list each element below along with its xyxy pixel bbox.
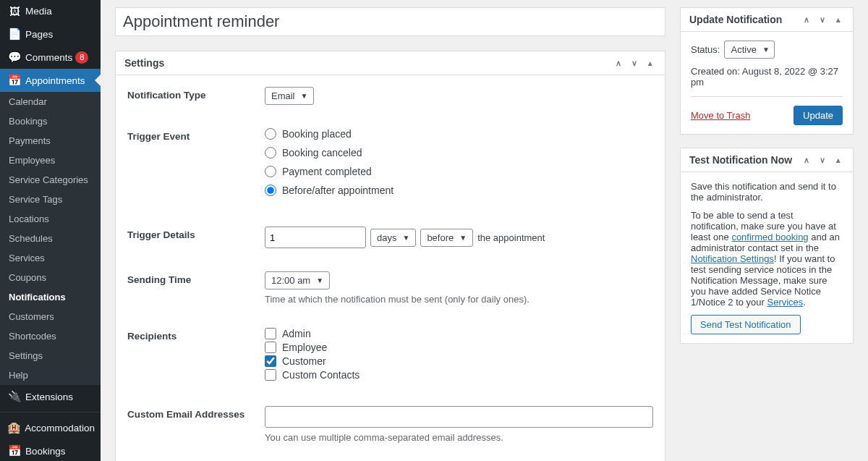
recipient-option: Admin [265, 328, 653, 339]
select-value: before [427, 232, 454, 243]
sidebar-item-bookings[interactable]: 📅Bookings [0, 439, 101, 461]
row-subject: Subject [116, 454, 665, 461]
trigger-unit-select[interactable]: days▼ [370, 229, 416, 247]
test-panel-header: Test Notification Now ∧ ∨ ▴ [681, 148, 853, 172]
trigger-option: Payment completed [265, 166, 653, 177]
status-select[interactable]: Active▼ [724, 41, 775, 59]
panel-controls: ∧ ∨ ▴ [801, 156, 844, 165]
sidebar-subitem-bookings[interactable]: Bookings [0, 111, 101, 131]
label-recipients: Recipients [127, 328, 265, 342]
trigger-radio[interactable] [265, 147, 276, 158]
label-trigger-event: Trigger Event [127, 128, 265, 142]
panel-toggle-icon[interactable]: ▴ [833, 15, 844, 25]
sidebar-subitem-service-tags[interactable]: Service Tags [0, 190, 101, 209]
sidebar-subitem-notifications[interactable]: Notifications [0, 287, 101, 307]
sidebar-separator [0, 412, 101, 413]
checkbox-label: Employee [282, 342, 327, 353]
sidebar-subitem-customers[interactable]: Customers [0, 307, 101, 326]
sidebar-subitem-services[interactable]: Services [0, 248, 101, 268]
sidebar-subitem-employees[interactable]: Employees [0, 151, 101, 170]
chevron-down-icon: ▼ [301, 92, 308, 100]
test-panel: Test Notification Now ∧ ∨ ▴ Save this no… [680, 148, 854, 344]
panel-controls: ∧ ∨ ▴ [613, 59, 656, 68]
radio-label: Payment completed [282, 166, 372, 177]
panel-up-icon[interactable]: ∧ [801, 156, 812, 165]
sidebar-item-extensions[interactable]: 🔌Extensions [0, 385, 101, 408]
trigger-relation-select[interactable]: before▼ [420, 229, 473, 247]
sidebar-item-label: Extensions [25, 392, 73, 402]
created-on: Created on: August 8, 2022 @ 3:27 pm [691, 66, 843, 88]
sidebar-subitem-help[interactable]: Help [0, 365, 101, 385]
sending-time-select[interactable]: 12:00 am▼ [265, 271, 330, 289]
panel-toggle-icon[interactable]: ▴ [833, 156, 844, 165]
panel-down-icon[interactable]: ∨ [817, 15, 828, 25]
recipient-checkbox[interactable] [265, 369, 276, 381]
main-area: Appointment reminder Settings ∧ ∨ ▴ Noti… [101, 0, 868, 461]
admin-sidebar: 🖼Media 📄Pages 💬Comments8 📅Appointments C… [0, 0, 101, 461]
custom-email-input[interactable] [265, 406, 653, 428]
sidebar-item-label: Accommodation [25, 423, 95, 433]
label-sending-time: Sending Time [127, 271, 265, 285]
sidebar-subitem-locations[interactable]: Locations [0, 209, 101, 229]
panel-up-icon[interactable]: ∧ [613, 59, 624, 68]
sidebar-item-appointments[interactable]: 📅Appointments [0, 69, 101, 92]
move-to-trash-link[interactable]: Move to Trash [691, 110, 750, 121]
update-panel: Update Notification ∧ ∨ ▴ Status: Active… [680, 7, 854, 135]
chevron-down-icon: ▼ [459, 234, 467, 242]
panel-down-icon[interactable]: ∨ [629, 59, 640, 68]
sidebar-item-comments[interactable]: 💬Comments8 [0, 46, 101, 69]
recipient-checkbox[interactable] [265, 328, 276, 339]
select-value: Active [731, 44, 756, 55]
chevron-down-icon: ▼ [316, 276, 323, 284]
panel-controls: ∧ ∨ ▴ [801, 15, 844, 25]
recipient-checkbox[interactable] [265, 355, 276, 367]
trigger-radio[interactable] [265, 128, 276, 140]
calendar-icon: 📅 [7, 444, 22, 457]
trigger-radio[interactable] [265, 185, 276, 196]
select-value: Email [271, 90, 295, 101]
panel-down-icon[interactable]: ∨ [817, 156, 828, 165]
update-button[interactable]: Update [793, 106, 843, 125]
hotel-icon: 🏨 [7, 421, 21, 434]
recipient-option: Custom Contacts [265, 369, 653, 381]
sidebar-subitem-shortcodes[interactable]: Shortcodes [0, 326, 101, 346]
sidebar-subitem-payments[interactable]: Payments [0, 131, 101, 151]
sidebar-item-label: Pages [25, 29, 53, 40]
sidebar-item-label: Comments [25, 52, 72, 63]
sidebar-subitem-coupons[interactable]: Coupons [0, 268, 101, 287]
sidebar-subitem-schedules[interactable]: Schedules [0, 229, 101, 248]
sidebar-item-accommodation[interactable]: 🏨Accommodation [0, 416, 101, 439]
panel-toggle-icon[interactable]: ▴ [644, 59, 656, 68]
trigger-radio[interactable] [265, 166, 276, 177]
content-column: Appointment reminder Settings ∧ ∨ ▴ Noti… [115, 0, 665, 461]
label-custom-email: Custom Email Addresses [127, 406, 265, 420]
comments-badge: 8 [75, 51, 88, 64]
sidebar-subitem-service-categories[interactable]: Service Categories [0, 170, 101, 190]
panel-up-icon[interactable]: ∧ [801, 15, 812, 25]
sidebar-item-media[interactable]: 🖼Media [0, 0, 101, 22]
test-help-text: To be able to send a test notification, … [691, 210, 843, 308]
pages-icon: 📄 [7, 28, 22, 41]
services-link[interactable]: Services [767, 297, 804, 308]
row-custom-email: Custom Email Addresses You can use multi… [116, 394, 665, 454]
notification-settings-link[interactable]: Notification Settings [691, 253, 774, 264]
trigger-number-input[interactable] [265, 227, 366, 248]
plugin-icon: 🔌 [7, 390, 22, 403]
sidebar-subitem-settings[interactable]: Settings [0, 346, 101, 365]
comments-icon: 💬 [7, 51, 22, 64]
sidebar-item-label: Media [25, 6, 52, 17]
checkbox-label: Customer [282, 355, 326, 367]
page-title[interactable]: Appointment reminder [115, 7, 665, 36]
checkbox-label: Admin [282, 328, 311, 339]
chevron-down-icon: ▼ [762, 46, 770, 54]
media-icon: 🖼 [7, 5, 22, 17]
confirmed-booking-link[interactable]: confirmed booking [731, 232, 808, 242]
radio-label: Before/after appointment [282, 185, 393, 196]
sidebar-subitem-calendar[interactable]: Calendar [0, 92, 101, 111]
status-label: Status: [691, 44, 720, 55]
send-test-button[interactable]: Send Test Notification [691, 315, 801, 334]
custom-email-help: You can use multiple comma-separated ema… [265, 432, 653, 443]
notification-type-select[interactable]: Email▼ [265, 87, 314, 105]
recipient-checkbox[interactable] [265, 342, 276, 353]
sidebar-item-pages[interactable]: 📄Pages [0, 22, 101, 46]
